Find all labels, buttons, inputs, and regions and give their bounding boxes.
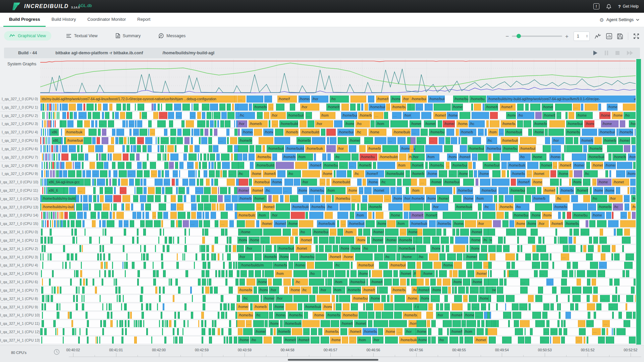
gantt-bar[interactable]: /hor <box>275 295 292 302</box>
gantt-bar[interactable]: /home/builds/my-build-ag <box>299 96 310 103</box>
gantt-bar[interactable] <box>428 328 431 335</box>
gantt-bar[interactable]: /home/builds/m <box>604 162 616 169</box>
gantt-bar[interactable] <box>143 162 147 169</box>
gantt-bar[interactable] <box>339 203 351 210</box>
gantt-bar[interactable] <box>339 295 350 302</box>
gantt-bar[interactable] <box>177 328 179 335</box>
gantt-bar[interactable] <box>46 187 47 194</box>
gantt-bar[interactable]: /hc <box>384 253 395 260</box>
gantt-bar[interactable] <box>612 245 615 252</box>
gantt-bar[interactable] <box>265 320 268 327</box>
gantt-bar[interactable] <box>51 104 52 111</box>
gantt-bar[interactable] <box>101 262 103 269</box>
bell-icon[interactable] <box>606 4 611 9</box>
gantt-bar[interactable] <box>632 212 636 219</box>
gantt-bar[interactable] <box>365 104 368 111</box>
gantt-bar[interactable]: /home/builds/my-bu <box>618 137 630 144</box>
gantt-bar[interactable] <box>350 104 356 111</box>
gantt-bar[interactable] <box>561 154 564 161</box>
gantt-bar[interactable]: /home/bu <box>368 203 382 210</box>
gantt-bar[interactable] <box>62 145 67 152</box>
gantt-bar[interactable] <box>630 187 632 194</box>
gantt-bar[interactable] <box>125 320 127 327</box>
gantt-bar[interactable]: ... <box>256 203 261 210</box>
gantt-bar[interactable]: /home/builds/my-build-agl/tmp <box>310 203 325 210</box>
gantt-bar[interactable] <box>538 237 541 244</box>
gantt-bar[interactable]: /homet <box>399 270 412 277</box>
gantt-bar[interactable]: ... <box>588 203 596 210</box>
gantt-bar[interactable]: /home/buik <box>452 279 462 286</box>
gantt-bar[interactable] <box>118 162 124 169</box>
gantt-bar[interactable]: /homet <box>474 337 487 344</box>
gantt-bar[interactable] <box>235 312 237 319</box>
gantt-bar[interactable] <box>325 212 333 219</box>
gantt-bar[interactable] <box>203 262 206 269</box>
gantt-bar[interactable] <box>250 162 254 169</box>
gantt-bar[interactable]: ... <box>246 320 252 327</box>
gantt-bar[interactable]: ... <box>187 162 194 169</box>
gantt-bar[interactable] <box>167 245 169 252</box>
gantt-bar[interactable] <box>58 162 59 169</box>
gantt-bar[interactable]: /home/bu <box>237 303 249 310</box>
gantt-bar[interactable] <box>481 320 484 327</box>
gantt-bar[interactable] <box>40 328 43 335</box>
gantt-bar[interactable] <box>489 337 496 344</box>
gantt-bar[interactable] <box>117 320 118 327</box>
gantt-bar[interactable]: /home/builds/my-b <box>458 154 471 161</box>
gantt-bar[interactable] <box>285 303 297 310</box>
gantt-bar[interactable] <box>629 337 636 344</box>
gantt-bar[interactable] <box>99 237 100 244</box>
gantt-bar[interactable]: ... <box>165 170 169 177</box>
gantt-bar[interactable] <box>191 212 196 219</box>
gantt-bar[interactable] <box>562 212 566 219</box>
gantt-bar[interactable] <box>518 337 524 344</box>
gantt-bar[interactable] <box>587 295 590 302</box>
gantt-bar[interactable] <box>463 179 474 186</box>
gantt-bar[interactable]: /home/bu <box>542 212 552 219</box>
gantt-bar[interactable] <box>564 145 566 152</box>
gantt-bar[interactable]: /homet <box>373 187 389 194</box>
gantt-bar[interactable]: /home/builds/my-build-agl/tmp <box>410 220 427 227</box>
gantt-bar[interactable]: ... <box>105 187 113 194</box>
gantt-bar[interactable] <box>51 162 52 169</box>
gantt-bar[interactable] <box>55 104 57 111</box>
gantt-bar[interactable] <box>512 303 519 310</box>
gantt-bar[interactable]: /home/bu <box>526 220 536 227</box>
gantt-bar[interactable] <box>459 137 460 144</box>
gantt-bar[interactable] <box>189 229 190 236</box>
gantt-bar[interactable]: /home/f <box>365 170 384 177</box>
gantt-bar[interactable]: /home/builds/ <box>507 162 526 169</box>
gantt-bar[interactable] <box>469 295 477 302</box>
gantt-bar[interactable] <box>247 96 263 103</box>
gantt-bar[interactable] <box>325 279 327 286</box>
gantt-bar[interactable] <box>54 220 56 227</box>
gantt-bar[interactable] <box>200 179 203 186</box>
gantt-bar[interactable]: ... <box>551 145 561 152</box>
gantt-bar[interactable] <box>224 337 225 344</box>
line-graph-toggle-icon[interactable] <box>595 34 601 39</box>
gantt-bar[interactable] <box>488 279 498 286</box>
gantt-bar[interactable] <box>94 179 96 186</box>
gantt-bar[interactable]: ... <box>173 170 177 177</box>
gantt-bar[interactable] <box>381 295 386 302</box>
gantt-bar[interactable]: ... <box>145 203 151 210</box>
gantt-bar[interactable]: ... <box>602 320 610 327</box>
gantt-bar[interactable] <box>42 320 44 327</box>
gantt-bar[interactable] <box>49 279 51 286</box>
gantt-bar[interactable] <box>183 320 185 327</box>
gantt-bar[interactable] <box>329 237 335 244</box>
agent-settings-button[interactable]: ⚙ Agent Settings <box>599 13 639 27</box>
gantt-bar[interactable] <box>76 237 77 244</box>
gantt-bar[interactable] <box>574 229 579 236</box>
gantt-bar[interactable] <box>498 187 508 194</box>
gantt-bar[interactable]: ... <box>593 287 598 294</box>
gantt-bar[interactable] <box>302 320 320 327</box>
gantt-bar[interactable] <box>100 195 104 202</box>
gantt-bar[interactable] <box>41 170 43 177</box>
gantt-bar[interactable]: /homet <box>533 170 549 177</box>
gantt-bar[interactable] <box>112 262 113 269</box>
gantt-bar[interactable] <box>127 104 130 111</box>
gantt-bar[interactable] <box>359 145 366 152</box>
gantt-bar[interactable]: /home/builds/my-build-agl/tmp/work/corei… <box>262 203 275 210</box>
gantt-bar[interactable] <box>490 120 499 127</box>
